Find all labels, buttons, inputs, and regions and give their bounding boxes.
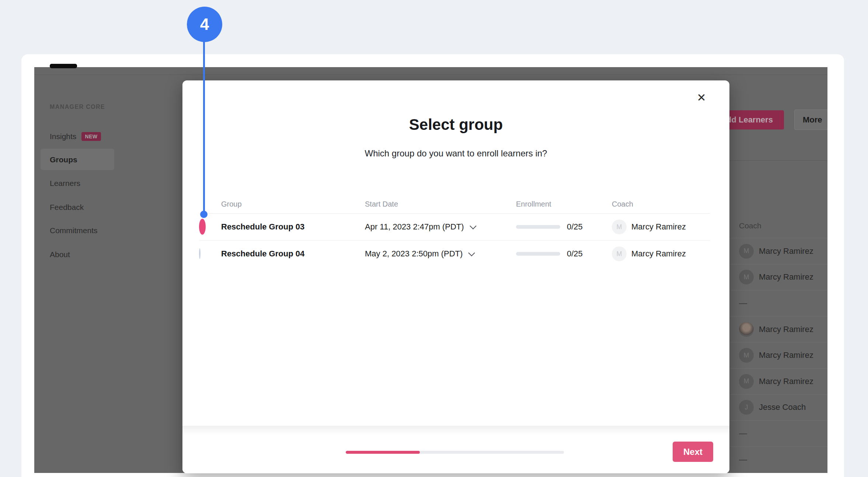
footer-scroll-shadow — [182, 426, 729, 435]
empty-dash: — — [739, 298, 747, 308]
enrollment-bar — [516, 225, 560, 229]
sidebar-section-label: MANAGER CORE — [50, 104, 105, 110]
wizard-progress-fill — [346, 451, 420, 454]
table-header-row: Group Start Date Enrollment Coach — [199, 195, 710, 214]
sidebar-item-learners[interactable]: Learners — [50, 179, 80, 188]
radio-unselected[interactable] — [199, 248, 201, 259]
enrollment-count: 0/25 — [567, 222, 583, 232]
next-button[interactable]: Next — [673, 442, 713, 462]
modal-footer — [182, 435, 729, 473]
avatar: M — [612, 246, 627, 261]
group-name: Reschedule Group 04 — [221, 249, 365, 259]
sidebar-item-feedback[interactable]: Feedback — [50, 203, 84, 212]
sidebar-item-about[interactable]: About — [50, 250, 70, 259]
column-header-coach: Coach — [612, 200, 710, 208]
table-row: — — [724, 447, 827, 473]
avatar: M — [612, 220, 627, 234]
annotation-endpoint-dot — [200, 211, 208, 218]
avatar: M — [739, 348, 754, 363]
start-date: Apr 11, 2023 2:47pm (PDT) — [365, 222, 464, 232]
coach-name: Marcy Ramirez — [631, 249, 686, 259]
group-table: Group Start Date Enrollment Coach Resche… — [199, 195, 710, 267]
radio-selected[interactable] — [199, 219, 206, 235]
table-row: M Marcy Ramirez — [724, 342, 827, 369]
logo-fragment — [50, 64, 77, 68]
select-group-modal: ✕ Select group Which group do you want t… — [182, 80, 729, 473]
avatar: M — [739, 374, 754, 389]
table-row: Marcy Ramirez — [724, 317, 827, 343]
content-header-divider — [716, 160, 827, 161]
group-row-reschedule-group-04[interactable]: Reschedule Group 04 May 2, 2023 2:50pm (… — [199, 241, 710, 267]
chevron-down-icon[interactable] — [470, 222, 476, 229]
bg-coach-column-header: Coach — [739, 221, 761, 230]
table-row: — — [724, 290, 827, 317]
group-row-reschedule-group-03[interactable]: Reschedule Group 03 Apr 11, 2023 2:47pm … — [199, 214, 710, 241]
annotation-line — [203, 24, 205, 213]
table-row: M Marcy Ramirez — [724, 238, 827, 265]
annotation-step-badge: 4 — [187, 7, 222, 42]
sidebar-item-insights[interactable]: Insights NEW — [50, 132, 101, 141]
group-name: Reschedule Group 03 — [221, 222, 365, 232]
wizard-progress-bar — [346, 451, 564, 454]
sidebar-item-commitments[interactable]: Commitments — [50, 226, 98, 235]
more-button[interactable]: More — [794, 110, 827, 130]
column-header-enrollment: Enrollment — [516, 200, 612, 208]
chevron-down-icon[interactable] — [468, 249, 475, 256]
enrollment-count: 0/25 — [567, 249, 583, 259]
empty-dash: — — [739, 455, 747, 464]
modal-subtitle: Which group do you want to enroll learne… — [182, 148, 729, 159]
avatar-photo — [739, 322, 754, 337]
sidebar-item-groups[interactable]: Groups — [50, 155, 77, 164]
avatar: M — [739, 244, 754, 259]
bg-coach-table: M Marcy Ramirez M Marcy Ramirez — Marcy … — [724, 238, 827, 473]
new-badge: NEW — [81, 132, 101, 141]
start-date: May 2, 2023 2:50pm (PDT) — [365, 249, 463, 259]
table-row: M Marcy Ramirez — [724, 265, 827, 291]
avatar: M — [739, 270, 754, 284]
table-row: — — [724, 421, 827, 447]
column-header-start-date: Start Date — [365, 200, 516, 208]
table-row: M Marcy Ramirez — [724, 369, 827, 395]
page: MANAGER CORE Insights NEW Groups Learner… — [0, 0, 868, 477]
coach-name: Marcy Ramirez — [631, 222, 686, 232]
enrollment-bar — [516, 252, 560, 256]
column-header-group: Group — [221, 200, 365, 208]
table-row: J Jesse Coach — [724, 395, 827, 421]
empty-dash: — — [739, 429, 747, 438]
avatar: J — [739, 400, 754, 415]
app-header-divider — [34, 75, 827, 75]
modal-title: Select group — [182, 116, 729, 134]
close-icon[interactable]: ✕ — [694, 90, 709, 105]
